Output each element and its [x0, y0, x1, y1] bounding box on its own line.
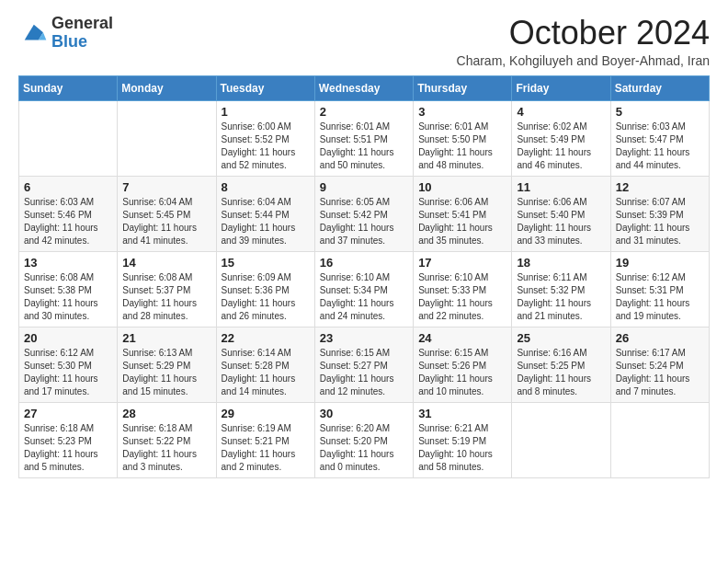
daylight-text: Daylight: 11 hours and 22 minutes.	[418, 298, 493, 321]
sunset-text: Sunset: 5:33 PM	[418, 285, 486, 295]
header-row: Sunday Monday Tuesday Wednesday Thursday…	[19, 75, 710, 100]
day-info: Sunrise: 6:13 AM Sunset: 5:29 PM Dayligh…	[122, 347, 210, 398]
sunrise-text: Sunrise: 6:14 AM	[222, 348, 291, 358]
day-number: 29	[222, 407, 310, 420]
day-number: 28	[122, 407, 210, 420]
calendar-cell: 27 Sunrise: 6:18 AM Sunset: 5:23 PM Dayl…	[19, 402, 118, 477]
sunrise-text: Sunrise: 6:01 AM	[418, 121, 488, 132]
sunrise-text: Sunrise: 6:21 AM	[418, 423, 488, 433]
sunset-text: Sunset: 5:34 PM	[320, 285, 388, 295]
calendar-cell: 7 Sunrise: 6:04 AM Sunset: 5:45 PM Dayli…	[118, 176, 216, 251]
day-info: Sunrise: 6:03 AM Sunset: 5:46 PM Dayligh…	[24, 196, 112, 247]
sunset-text: Sunset: 5:46 PM	[24, 210, 92, 220]
daylight-text: Daylight: 11 hours and 15 minutes.	[122, 373, 197, 396]
sunrise-text: Sunrise: 6:20 AM	[320, 423, 390, 433]
calendar-cell: 31 Sunrise: 6:21 AM Sunset: 5:19 PM Dayl…	[414, 402, 512, 477]
calendar-cell: 15 Sunrise: 6:09 AM Sunset: 5:36 PM Dayl…	[216, 251, 314, 327]
day-number: 20	[24, 331, 112, 345]
day-info: Sunrise: 6:05 AM Sunset: 5:42 PM Dayligh…	[320, 196, 408, 247]
calendar-cell: 1 Sunrise: 6:00 AM Sunset: 5:52 PM Dayli…	[216, 100, 314, 176]
daylight-text: Daylight: 11 hours and 37 minutes.	[320, 223, 394, 246]
sunrise-text: Sunrise: 6:00 AM	[222, 121, 291, 132]
day-info: Sunrise: 6:02 AM Sunset: 5:49 PM Dayligh…	[517, 121, 605, 172]
day-info: Sunrise: 6:18 AM Sunset: 5:22 PM Dayligh…	[122, 422, 210, 474]
sunrise-text: Sunrise: 6:04 AM	[222, 197, 291, 207]
day-number: 19	[616, 256, 704, 270]
day-number: 1	[222, 105, 310, 119]
daylight-text: Daylight: 11 hours and 35 minutes.	[418, 223, 493, 246]
location-subtitle: Charam, Kohgiluyeh and Boyer-Ahmad, Iran	[457, 53, 710, 68]
sunrise-text: Sunrise: 6:04 AM	[122, 197, 192, 207]
daylight-text: Daylight: 11 hours and 46 minutes.	[517, 147, 591, 170]
day-info: Sunrise: 6:08 AM Sunset: 5:37 PM Dayligh…	[122, 271, 210, 323]
day-number: 27	[24, 407, 112, 420]
day-info: Sunrise: 6:16 AM Sunset: 5:25 PM Dayligh…	[517, 347, 605, 398]
day-number: 12	[616, 180, 704, 194]
daylight-text: Daylight: 11 hours and 0 minutes.	[320, 449, 394, 472]
daylight-text: Daylight: 11 hours and 2 minutes.	[222, 449, 296, 472]
header-monday: Monday	[118, 75, 216, 100]
calendar-week-2: 6 Sunrise: 6:03 AM Sunset: 5:46 PM Dayli…	[19, 176, 710, 251]
calendar-cell: 13 Sunrise: 6:08 AM Sunset: 5:38 PM Dayl…	[19, 251, 118, 327]
sunset-text: Sunset: 5:30 PM	[24, 361, 92, 371]
day-info: Sunrise: 6:17 AM Sunset: 5:24 PM Dayligh…	[616, 347, 704, 398]
calendar-header: Sunday Monday Tuesday Wednesday Thursday…	[19, 75, 710, 100]
sunset-text: Sunset: 5:19 PM	[418, 436, 486, 446]
day-info: Sunrise: 6:12 AM Sunset: 5:30 PM Dayligh…	[24, 347, 112, 398]
sunrise-text: Sunrise: 6:18 AM	[24, 423, 94, 433]
day-number: 4	[517, 105, 605, 119]
month-title: October 2024	[457, 15, 710, 52]
sunset-text: Sunset: 5:52 PM	[222, 134, 290, 144]
calendar-week-3: 13 Sunrise: 6:08 AM Sunset: 5:38 PM Dayl…	[19, 251, 710, 327]
logo-icon	[18, 18, 48, 48]
calendar-cell: 28 Sunrise: 6:18 AM Sunset: 5:22 PM Dayl…	[118, 402, 216, 477]
day-info: Sunrise: 6:18 AM Sunset: 5:23 PM Dayligh…	[24, 422, 112, 474]
calendar-cell: 25 Sunrise: 6:16 AM Sunset: 5:25 PM Dayl…	[512, 327, 610, 402]
day-number: 18	[517, 256, 605, 270]
day-number: 11	[517, 180, 605, 194]
calendar-cell: 2 Sunrise: 6:01 AM Sunset: 5:51 PM Dayli…	[314, 100, 413, 176]
logo: General Blue	[18, 15, 113, 52]
sunrise-text: Sunrise: 6:09 AM	[222, 272, 291, 282]
sunrise-text: Sunrise: 6:11 AM	[517, 272, 586, 282]
calendar-cell	[512, 402, 610, 477]
header-sunday: Sunday	[19, 75, 118, 100]
day-info: Sunrise: 6:07 AM Sunset: 5:39 PM Dayligh…	[616, 196, 704, 247]
day-info: Sunrise: 6:21 AM Sunset: 5:19 PM Dayligh…	[418, 422, 506, 474]
calendar-cell: 3 Sunrise: 6:01 AM Sunset: 5:50 PM Dayli…	[414, 100, 512, 176]
daylight-text: Daylight: 11 hours and 31 minutes.	[616, 223, 690, 246]
sunset-text: Sunset: 5:25 PM	[517, 361, 585, 371]
sunset-text: Sunset: 5:42 PM	[320, 210, 388, 220]
day-info: Sunrise: 6:15 AM Sunset: 5:27 PM Dayligh…	[320, 347, 408, 398]
day-number: 23	[320, 331, 408, 345]
day-info: Sunrise: 6:08 AM Sunset: 5:38 PM Dayligh…	[24, 271, 112, 323]
calendar-cell: 21 Sunrise: 6:13 AM Sunset: 5:29 PM Dayl…	[118, 327, 216, 402]
daylight-text: Daylight: 11 hours and 48 minutes.	[418, 147, 493, 170]
logo-text: General Blue	[51, 15, 113, 52]
calendar-cell: 18 Sunrise: 6:11 AM Sunset: 5:32 PM Dayl…	[512, 251, 610, 327]
sunset-text: Sunset: 5:41 PM	[418, 210, 486, 220]
daylight-text: Daylight: 11 hours and 3 minutes.	[122, 449, 197, 472]
daylight-text: Daylight: 11 hours and 39 minutes.	[222, 223, 296, 246]
day-info: Sunrise: 6:15 AM Sunset: 5:26 PM Dayligh…	[418, 347, 506, 398]
title-block: October 2024 Charam, Kohgiluyeh and Boye…	[457, 15, 710, 68]
day-number: 17	[418, 256, 506, 270]
daylight-text: Daylight: 11 hours and 21 minutes.	[517, 298, 591, 321]
daylight-text: Daylight: 11 hours and 44 minutes.	[616, 147, 690, 170]
day-info: Sunrise: 6:04 AM Sunset: 5:44 PM Dayligh…	[222, 196, 310, 247]
day-number: 3	[418, 105, 506, 119]
calendar-cell: 10 Sunrise: 6:06 AM Sunset: 5:41 PM Dayl…	[414, 176, 512, 251]
daylight-text: Daylight: 10 hours and 58 minutes.	[418, 449, 493, 472]
daylight-text: Daylight: 11 hours and 41 minutes.	[122, 223, 197, 246]
calendar-cell: 12 Sunrise: 6:07 AM Sunset: 5:39 PM Dayl…	[610, 176, 709, 251]
calendar-cell: 23 Sunrise: 6:15 AM Sunset: 5:27 PM Dayl…	[314, 327, 413, 402]
daylight-text: Daylight: 11 hours and 30 minutes.	[24, 298, 98, 321]
day-number: 6	[24, 180, 112, 194]
daylight-text: Daylight: 11 hours and 50 minutes.	[320, 147, 394, 170]
sunset-text: Sunset: 5:47 PM	[616, 134, 684, 144]
daylight-text: Daylight: 11 hours and 12 minutes.	[320, 373, 394, 396]
day-info: Sunrise: 6:11 AM Sunset: 5:32 PM Dayligh…	[517, 271, 605, 323]
sunrise-text: Sunrise: 6:13 AM	[122, 348, 192, 358]
day-number: 16	[320, 256, 408, 270]
sunset-text: Sunset: 5:36 PM	[222, 285, 290, 295]
